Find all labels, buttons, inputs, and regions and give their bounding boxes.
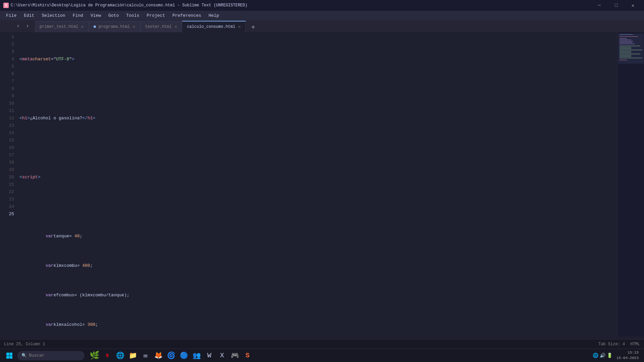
line-num-13: 13 bbox=[0, 122, 14, 129]
line-numbers: 1 2 3 4 5 6 7 8 9 10 11 12 13 14 15 16 1… bbox=[0, 32, 17, 337]
tab-label: primer_test.html bbox=[40, 24, 78, 29]
tab-nav: ‹ › bbox=[13, 20, 32, 32]
close-button[interactable]: ✕ bbox=[625, 0, 641, 11]
windows-icon bbox=[6, 352, 13, 359]
line-num-16: 16 bbox=[0, 144, 14, 152]
line-num-22: 22 bbox=[0, 188, 14, 196]
taskbar-icon-chrome[interactable]: 🔵 bbox=[178, 350, 190, 362]
title-bar: S C:\Users\Mishiru\Desktop\Logica de Pro… bbox=[0, 0, 644, 11]
taskbar-icon-excel[interactable]: X bbox=[216, 350, 228, 362]
new-tab-button[interactable]: + bbox=[249, 23, 258, 32]
taskbar-search[interactable]: 🔍 Buscar bbox=[17, 351, 85, 360]
svg-rect-21 bbox=[6, 356, 9, 359]
line-num-10: 10 bbox=[0, 100, 14, 107]
tab-calculo-consumo[interactable]: calculo_consumo.html ✕ bbox=[182, 21, 246, 32]
tab-size[interactable]: Tab Size: 4 bbox=[598, 342, 625, 347]
minimap-svg bbox=[618, 34, 644, 94]
cursor-position[interactable]: Line 25, Column 1 bbox=[4, 342, 45, 347]
system-clock: 15:15 15-04-2023 bbox=[614, 350, 641, 361]
time-display: 15:15 bbox=[616, 350, 639, 355]
tab-next-button[interactable]: › bbox=[23, 21, 32, 31]
system-tray: 🌐 🔊 🔋 bbox=[593, 353, 612, 358]
taskbar-icon-word[interactable]: W bbox=[203, 350, 215, 362]
code-line-4 bbox=[19, 144, 617, 152]
code-line-7: var tanque = 40; bbox=[19, 233, 617, 240]
maximize-button[interactable]: □ bbox=[608, 0, 624, 11]
line-num-20: 20 bbox=[0, 174, 14, 181]
tab-close-icon[interactable]: ✕ bbox=[238, 24, 240, 29]
svg-rect-18 bbox=[618, 34, 644, 64]
line-num-3: 3 bbox=[0, 48, 14, 56]
taskbar-icon-firefox[interactable]: 🦊 bbox=[152, 350, 164, 362]
start-button[interactable] bbox=[3, 350, 16, 362]
taskbar-icon-jungle[interactable]: 🌿 bbox=[89, 350, 101, 362]
tab-bar: ‹ › primer_test.html ✕ programa.html ✕ t… bbox=[0, 20, 644, 32]
taskbar-icon-mail[interactable]: ✉️ bbox=[140, 350, 152, 362]
status-left: Line 25, Column 1 bbox=[4, 342, 45, 347]
taskbar-time: 15:15 15-04-2023 bbox=[616, 350, 639, 361]
line-num-18: 18 bbox=[0, 159, 14, 166]
tab-label: tester.html bbox=[145, 24, 172, 29]
menu-edit[interactable]: Edit bbox=[20, 12, 38, 19]
menu-selection[interactable]: Selection bbox=[38, 12, 68, 19]
code-line-6 bbox=[19, 203, 617, 210]
app-icon: S bbox=[3, 3, 9, 8]
tab-close-icon[interactable]: ✕ bbox=[81, 24, 84, 29]
volume-icon: 🔊 bbox=[600, 353, 605, 358]
tab-close-icon[interactable]: ✕ bbox=[174, 24, 177, 29]
line-num-7: 7 bbox=[0, 78, 14, 85]
window-title: C:\Users\Mishiru\Desktop\Logica de Progr… bbox=[11, 3, 248, 8]
line-num-19: 19 bbox=[0, 166, 14, 174]
line-num-15: 15 bbox=[0, 137, 14, 144]
taskbar-icon-edge[interactable]: 🌐 bbox=[114, 350, 126, 362]
line-num-4: 4 bbox=[0, 56, 14, 63]
line-num-1: 1 bbox=[0, 34, 14, 41]
battery-icon: 🔋 bbox=[607, 353, 612, 358]
svg-rect-22 bbox=[10, 356, 13, 359]
menu-preferences[interactable]: Preferences bbox=[169, 12, 205, 19]
taskbar-icon-sublime[interactable]: S bbox=[241, 350, 254, 362]
tab-prev-button[interactable]: ‹ bbox=[13, 21, 23, 31]
code-line-3: <h1>¿Alcohol o gasolina?</h1> bbox=[19, 115, 617, 122]
menu-help[interactable]: Help bbox=[205, 12, 222, 19]
code-line-8: var klmxcombu = 480; bbox=[19, 262, 617, 269]
menu-file[interactable]: File bbox=[3, 12, 20, 19]
svg-rect-19 bbox=[6, 353, 9, 356]
editor-area: 1 2 3 4 5 6 7 8 9 10 11 12 13 14 15 16 1… bbox=[0, 32, 644, 337]
line-num-2: 2 bbox=[0, 41, 14, 48]
line-num-5: 5 bbox=[0, 63, 14, 70]
taskbar-icon-chrome-green[interactable]: 🌀 bbox=[165, 350, 177, 362]
line-num-24: 24 bbox=[0, 203, 14, 210]
tab-tester[interactable]: tester.html ✕ bbox=[141, 21, 182, 32]
menu-find[interactable]: Find bbox=[69, 12, 87, 19]
status-right: Tab Size: 4 HTML bbox=[598, 342, 640, 347]
code-line-2 bbox=[19, 85, 617, 93]
tab-programa[interactable]: programa.html ✕ bbox=[89, 21, 141, 32]
menu-tools[interactable]: Tools bbox=[123, 12, 143, 19]
tab-modified-dot bbox=[94, 25, 96, 28]
taskbar: 🔍 Buscar 🌿 N 🌐 📁 ✉️ 🦊 🌀 🔵 👥 W X 🎮 S 🌐 🔊 … bbox=[0, 349, 644, 362]
menu-project[interactable]: Project bbox=[143, 12, 168, 19]
window-controls: ─ □ ✕ bbox=[592, 0, 641, 11]
menu-goto[interactable]: Goto bbox=[105, 12, 122, 19]
taskbar-icon-teams[interactable]: 👥 bbox=[191, 350, 203, 362]
tab-close-icon[interactable]: ✕ bbox=[132, 24, 135, 29]
line-num-17: 17 bbox=[0, 152, 14, 159]
code-area[interactable]: <meta charset="UTF-8"> <h1>¿Alcohol o ga… bbox=[17, 32, 617, 337]
svg-rect-20 bbox=[10, 353, 13, 356]
taskbar-icon-game[interactable]: 🎮 bbox=[229, 350, 241, 362]
network-icon: 🌐 bbox=[593, 353, 598, 358]
taskbar-icon-explorer[interactable]: 📁 bbox=[127, 350, 139, 362]
menu-view[interactable]: View bbox=[87, 12, 104, 19]
line-num-25: 25 bbox=[0, 210, 14, 218]
taskbar-icon-netflix[interactable]: N bbox=[101, 350, 113, 362]
line-num-12: 12 bbox=[0, 115, 14, 122]
minimize-button[interactable]: ─ bbox=[592, 0, 607, 11]
line-num-14: 14 bbox=[0, 129, 14, 137]
taskbar-tray: 🌐 🔊 🔋 15:15 15-04-2023 bbox=[593, 350, 641, 361]
language-mode[interactable]: HTML bbox=[630, 342, 640, 347]
tab-primer-test[interactable]: primer_test.html ✕ bbox=[35, 21, 89, 32]
status-bar: Line 25, Column 1 Tab Size: 4 HTML bbox=[0, 339, 644, 349]
line-num-23: 23 bbox=[0, 196, 14, 203]
code-line-9: var efcombus = (klmxcombu/tanque); bbox=[19, 292, 617, 299]
